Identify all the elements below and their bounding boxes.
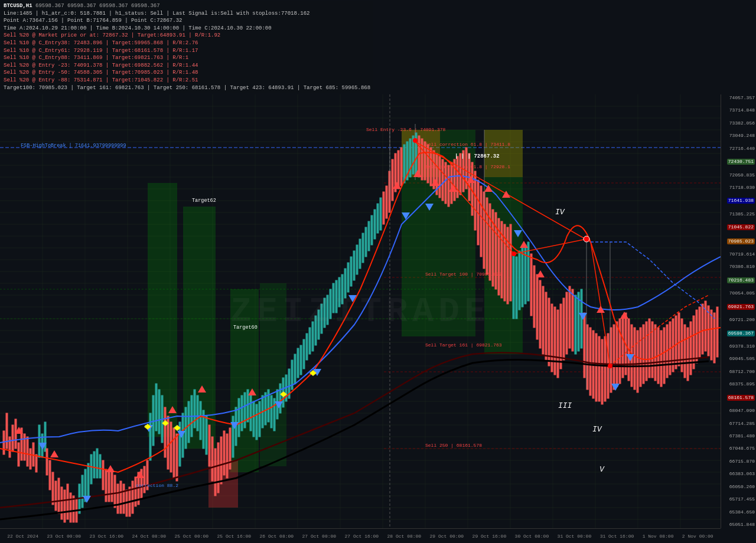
svg-rect-186 xyxy=(341,274,343,304)
price-65717: 65717.455 xyxy=(729,497,755,502)
svg-rect-253 xyxy=(539,280,541,348)
time-26oct-08: 26 Oct 08:00 xyxy=(260,534,294,539)
svg-rect-241 xyxy=(504,224,506,301)
svg-rect-177 xyxy=(315,316,317,345)
svg-point-359 xyxy=(511,251,516,256)
svg-rect-233 xyxy=(480,186,482,257)
svg-rect-128 xyxy=(170,422,172,472)
svg-point-357 xyxy=(584,236,589,242)
svg-rect-115 xyxy=(132,481,133,513)
time-23oct-16: 23 Oct 16:00 xyxy=(89,534,123,539)
svg-rect-189 xyxy=(350,257,352,286)
svg-rect-199 xyxy=(380,198,382,230)
svg-rect-80 xyxy=(30,449,31,469)
svg-rect-205 xyxy=(397,151,399,189)
svg-rect-198 xyxy=(377,204,379,233)
svg-rect-142 xyxy=(211,437,213,481)
svg-rect-280 xyxy=(619,319,621,384)
svg-marker-329 xyxy=(620,312,628,319)
svg-rect-244 xyxy=(513,254,514,319)
svg-rect-162 xyxy=(271,395,272,428)
svg-rect-200 xyxy=(383,192,384,224)
svg-rect-304 xyxy=(690,322,692,375)
svg-rect-290 xyxy=(649,319,650,378)
svg-marker-332 xyxy=(106,465,115,472)
svg-rect-143 xyxy=(214,449,216,496)
svg-rect-285 xyxy=(634,328,636,390)
svg-rect-196 xyxy=(371,215,373,245)
svg-rect-92 xyxy=(64,490,66,522)
svg-rect-202 xyxy=(389,171,390,212)
svg-rect-134 xyxy=(188,401,190,443)
svg-rect-64 xyxy=(260,283,286,466)
price-70216: 70216.483 xyxy=(727,277,755,283)
svg-rect-197 xyxy=(374,210,376,239)
svg-rect-190 xyxy=(353,251,355,280)
svg-rect-93 xyxy=(67,484,69,519)
price-70719: 70719.614 xyxy=(729,252,755,257)
svg-rect-201 xyxy=(386,186,387,218)
svg-rect-110 xyxy=(117,484,119,513)
svg-rect-176 xyxy=(312,322,314,351)
svg-rect-220 xyxy=(442,159,444,201)
info-panel: BTCUSD,H1 69598.367 69598.367 69598.367 … xyxy=(1,1,373,93)
svg-rect-141 xyxy=(208,425,210,466)
chart-svg xyxy=(0,94,721,528)
price-70386: 70386.810 xyxy=(729,264,755,269)
price-71385: 71385.225 xyxy=(729,212,755,217)
time-30oct-08: 30 Oct 08:00 xyxy=(515,534,549,539)
svg-rect-107 xyxy=(108,472,110,502)
svg-rect-69 xyxy=(484,130,523,177)
svg-rect-74 xyxy=(12,425,14,452)
svg-rect-106 xyxy=(105,469,107,502)
svg-rect-155 xyxy=(250,395,252,431)
svg-rect-227 xyxy=(462,151,464,192)
svg-rect-281 xyxy=(622,316,624,378)
time-28oct-08: 28 Oct 08:00 xyxy=(387,534,422,539)
svg-rect-207 xyxy=(403,145,405,183)
svg-rect-248 xyxy=(524,245,526,304)
svg-rect-144 xyxy=(217,443,219,493)
svg-rect-163 xyxy=(273,398,275,431)
svg-rect-238 xyxy=(495,212,497,289)
price-67714: 67714.285 xyxy=(729,421,755,426)
svg-rect-212 xyxy=(418,136,420,177)
chart-container: BTCUSD,H1 69598.367 69598.367 69598.367 … xyxy=(0,0,756,543)
svg-rect-287 xyxy=(640,328,641,387)
svg-rect-263 xyxy=(569,286,571,348)
svg-rect-306 xyxy=(696,310,698,363)
svg-rect-138 xyxy=(200,401,201,440)
svg-rect-259 xyxy=(557,310,559,378)
svg-rect-203 xyxy=(392,159,393,201)
svg-rect-102 xyxy=(93,452,95,478)
svg-rect-302 xyxy=(684,325,686,378)
svg-rect-137 xyxy=(197,395,198,431)
time-31oct-16: 31 Oct 16:00 xyxy=(600,534,634,539)
svg-rect-156 xyxy=(253,401,255,437)
svg-rect-193 xyxy=(362,233,364,263)
svg-rect-116 xyxy=(135,477,136,506)
price-68712: 68712.700 xyxy=(729,369,755,374)
svg-rect-310 xyxy=(708,306,709,356)
price-66715: 66715.870 xyxy=(729,459,755,464)
svg-rect-173 xyxy=(303,339,305,369)
svg-rect-175 xyxy=(309,328,311,354)
price-71718: 71718.030 xyxy=(729,185,755,190)
svg-rect-262 xyxy=(566,292,568,354)
chart-area: ZEIZITRADE xyxy=(0,94,721,528)
svg-rect-111 xyxy=(120,481,122,513)
svg-rect-303 xyxy=(687,328,689,381)
svg-rect-260 xyxy=(560,304,562,369)
svg-rect-246 xyxy=(519,251,520,310)
svg-rect-191 xyxy=(356,245,358,274)
svg-rect-272 xyxy=(595,333,597,401)
price-69821: 69821.763 xyxy=(727,304,755,310)
price-71045: 71045.822 xyxy=(727,224,755,230)
svg-rect-308 xyxy=(702,304,703,354)
svg-rect-184 xyxy=(335,280,337,313)
svg-rect-294 xyxy=(660,331,662,387)
time-axis: 22 Oct 2024 23 Oct 00:00 23 Oct 16:00 24… xyxy=(0,528,721,543)
svg-rect-286 xyxy=(637,331,638,392)
title-bar: BTCUSD,H1 69598.367 69598.367 69598.367 … xyxy=(4,2,370,10)
svg-rect-78 xyxy=(24,434,25,460)
